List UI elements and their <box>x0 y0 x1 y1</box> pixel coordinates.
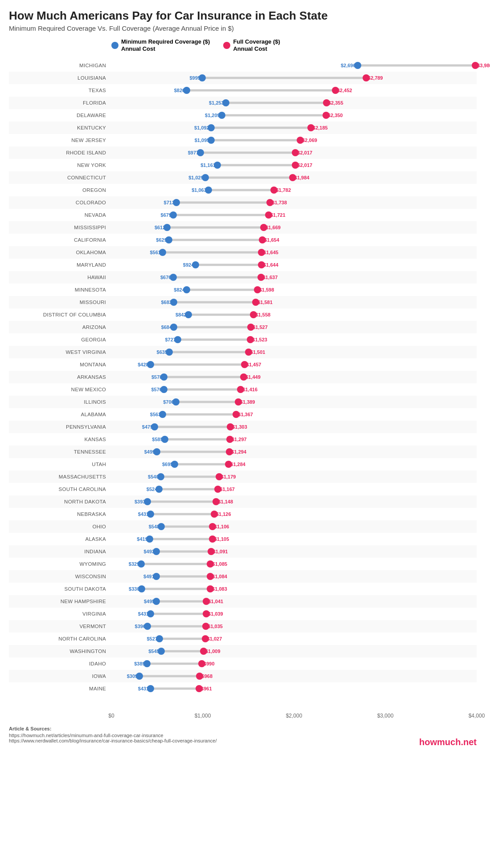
bar-track <box>226 102 327 104</box>
min-coverage-dot <box>202 174 209 181</box>
full-coverage-value: $1,084 <box>212 574 227 579</box>
bar-track <box>211 139 300 142</box>
bar-track <box>208 189 274 191</box>
bar-track <box>178 339 250 341</box>
state-label: MISSISSIPPI <box>9 225 111 230</box>
bar-track <box>155 426 230 428</box>
full-coverage-dot <box>196 673 203 680</box>
state-label: IOWA <box>9 673 111 679</box>
min-coverage-dot <box>153 573 160 580</box>
bar-track <box>188 314 254 316</box>
bar-section: $493$1,091 <box>111 545 477 558</box>
min-coverage-dot <box>138 585 145 592</box>
min-coverage-dot <box>159 249 166 256</box>
min-coverage-dot <box>174 336 181 343</box>
state-label: VERMONT <box>9 624 111 629</box>
bar-track <box>222 114 326 117</box>
full-coverage-dot <box>292 162 299 169</box>
state-label: NEW YORK <box>9 162 111 168</box>
full-coverage-value: $2,185 <box>313 125 328 130</box>
full-coverage-value: $1,782 <box>276 187 291 193</box>
full-coverage-dot <box>266 199 274 206</box>
bar-section: $1,209$2,350 <box>111 109 477 122</box>
bar-section: $2,696$3,986 <box>111 59 477 72</box>
bar-section: $419$1,105 <box>111 533 477 545</box>
min-coverage-dot <box>161 436 168 443</box>
min-coverage-value: $1,095 <box>195 138 210 143</box>
bar-section: $491$1,084 <box>111 570 477 583</box>
min-coverage-dot <box>165 236 172 243</box>
min-coverage-dot <box>354 62 361 69</box>
min-coverage-value: $1,092 <box>194 125 209 130</box>
bar-section: $706$1,389 <box>111 396 477 408</box>
state-label: COLORADO <box>9 200 111 205</box>
table-row: VIRGINIA$431$1,039 <box>9 608 477 620</box>
state-label: ARIZONA <box>9 324 111 330</box>
table-row: MAINE$431$961 <box>9 682 477 695</box>
state-label: HAWAII <box>9 275 111 280</box>
state-label: MONTANA <box>9 362 111 367</box>
full-coverage-value: $1,654 <box>264 237 279 243</box>
bar-section: $393$1,148 <box>111 495 477 508</box>
table-row: ARKANSAS$578$1,449 <box>9 371 477 383</box>
bar-track <box>196 264 261 266</box>
full-coverage-dot <box>208 548 215 555</box>
full-coverage-value: $1,035 <box>208 624 223 629</box>
full-coverage-dot <box>254 286 261 293</box>
min-coverage-dot <box>160 386 167 393</box>
bar-section: $635$1,501 <box>111 346 477 358</box>
full-coverage-value: $1,294 <box>231 449 246 454</box>
state-label: WYOMING <box>9 561 111 567</box>
min-coverage-value: $1,253 <box>209 100 224 105</box>
state-label: MISSOURI <box>9 300 111 305</box>
full-coverage-dot <box>289 174 296 181</box>
state-label: MICHIGAN <box>9 63 111 68</box>
full-coverage-dot <box>212 498 220 505</box>
state-label: FLORIDA <box>9 100 111 105</box>
state-label: WISCONSIN <box>9 574 111 579</box>
full-coverage-value: $1,039 <box>208 611 223 617</box>
full-coverage-dot <box>203 610 210 617</box>
full-coverage-dot <box>292 149 299 156</box>
min-coverage-dot <box>205 187 212 194</box>
min-coverage-dot <box>158 523 165 530</box>
table-row: NEVADA$679$1,721 <box>9 209 477 221</box>
legend: Minimum Required Coverage ($)Annual Cost… <box>111 38 477 52</box>
legend-blue-dot <box>111 42 118 49</box>
state-label: NEVADA <box>9 212 111 218</box>
bar-track <box>164 376 244 378</box>
full-coverage-dot <box>265 211 272 219</box>
full-coverage-value: $1,009 <box>205 649 220 654</box>
full-coverage-dot <box>198 660 205 667</box>
bar-section: $499$1,294 <box>111 446 477 458</box>
table-row: NORTH DAKOTA$393$1,148 <box>9 495 477 508</box>
table-row: ALASKA$419$1,105 <box>9 533 477 545</box>
full-coverage-dot <box>203 598 210 605</box>
legend-pink: Full Coverage ($)Annual Cost <box>223 38 280 52</box>
table-row: WISCONSIN$491$1,084 <box>9 570 477 583</box>
state-label: NORTH CAROLINA <box>9 636 111 641</box>
chart-area: MICHIGAN$2,696$3,986LOUISIANA$995$2,789T… <box>9 59 477 711</box>
full-coverage-dot <box>216 473 223 480</box>
state-label: ALABAMA <box>9 412 111 417</box>
full-coverage-dot <box>472 62 479 69</box>
bar-section: $540$1,179 <box>111 471 477 483</box>
min-coverage-value: $1,209 <box>205 113 220 118</box>
table-row: KANSAS$585$1,297 <box>9 433 477 446</box>
table-row: NEW HAMPSHIRE$495$1,041 <box>9 595 477 608</box>
bar-section: $475$1,303 <box>111 421 477 433</box>
min-coverage-dot <box>153 448 160 455</box>
bar-track <box>159 488 218 491</box>
full-coverage-value: $1,041 <box>208 599 224 604</box>
state-label: WASHINGTON <box>9 649 111 654</box>
bar-track <box>151 364 245 366</box>
table-row: INDIANA$493$1,091 <box>9 545 477 558</box>
bar-section: $548$1,106 <box>111 520 477 533</box>
full-coverage-value: $2,017 <box>298 150 313 155</box>
min-coverage-dot <box>146 535 153 543</box>
table-row: UTAH$695$1,284 <box>9 458 477 471</box>
bar-section: $578$1,449 <box>111 371 477 383</box>
bar-section: $924$1,644 <box>111 259 477 271</box>
table-row: MISSISSIPPI$612$1,669 <box>9 221 477 234</box>
min-coverage-dot <box>170 299 177 306</box>
